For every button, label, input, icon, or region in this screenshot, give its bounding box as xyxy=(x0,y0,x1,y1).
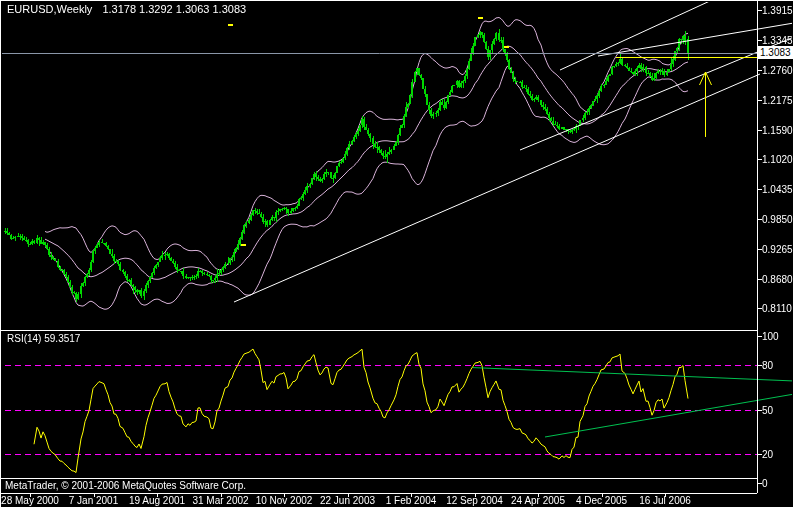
date-label: 16 Jul 2006 xyxy=(639,495,691,506)
rsi-axis-label: 80 xyxy=(762,360,773,371)
copyright-label: MetaTrader, © 2001-2006 MetaQuotes Softw… xyxy=(5,480,246,491)
price-axis-label: 1.2175 xyxy=(762,95,793,106)
date-label: 19 Aug 2001 xyxy=(129,495,185,506)
date-label: 7 Jan 2001 xyxy=(69,495,119,506)
price-axis-label: 0.9850 xyxy=(762,214,793,225)
chart-canvas[interactable] xyxy=(0,0,794,508)
price-axis-label: 0.8110 xyxy=(762,303,792,314)
date-label: 4 Dec 2005 xyxy=(576,495,627,506)
date-label: 10 Nov 2002 xyxy=(256,495,313,506)
price-axis-label: 1.3915 xyxy=(762,5,793,16)
chart-window: EURUSD,Weekly1.3178 1.3292 1.3063 1.3083… xyxy=(0,0,794,508)
ohlc-quote: 1.3178 1.3292 1.3063 1.3083 xyxy=(102,3,246,15)
date-label: 28 May 2000 xyxy=(1,495,59,506)
date-label: 1 Feb 2004 xyxy=(386,495,437,506)
price-axis-label: 0.9265 xyxy=(762,244,793,255)
date-label: 31 Mar 2002 xyxy=(192,495,248,506)
rsi-axis-label: 50 xyxy=(762,405,773,416)
rsi-axis-label: 100 xyxy=(762,331,779,342)
price-axis-label: 1.1020 xyxy=(762,154,793,165)
price-axis-label: 1.3345 xyxy=(762,35,793,46)
price-axis-label: 1.0435 xyxy=(762,184,793,195)
rsi-indicator-label: RSI(14) 59.3517 xyxy=(7,333,80,344)
rsi-axis-label: 0 xyxy=(762,478,768,489)
current-price-tag: 1.3083 xyxy=(758,46,794,59)
date-label: 22 Jun 2003 xyxy=(320,495,375,506)
price-axis-label: 1.1590 xyxy=(762,125,793,136)
chart-header: EURUSD,Weekly1.3178 1.3292 1.3063 1.3083 xyxy=(7,3,246,15)
price-axis-label: 0.8680 xyxy=(762,274,793,285)
date-label: 24 Apr 2005 xyxy=(511,495,565,506)
price-axis-label: 1.2760 xyxy=(762,65,793,76)
symbol-timeframe-label: EURUSD,Weekly xyxy=(7,3,92,15)
date-label: 12 Sep 2004 xyxy=(446,495,503,506)
rsi-axis-label: 20 xyxy=(762,449,773,460)
